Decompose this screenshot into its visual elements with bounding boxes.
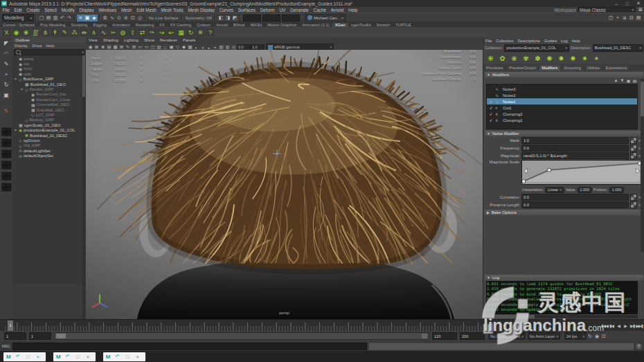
add-guide-icon[interactable]: ✽: [533, 53, 543, 64]
open-scene-icon[interactable]: ▤: [45, 15, 52, 21]
symmetry-toggle[interactable]: Symmetry: Off: [184, 16, 213, 20]
snap-point-icon[interactable]: ⊙: [116, 15, 123, 21]
scale-tool-icon[interactable]: ▣: [1, 91, 11, 100]
redo-icon[interactable]: ↷: [66, 15, 73, 21]
playback-loop-icon[interactable]: ↻: [587, 333, 593, 340]
ramp-value-field[interactable]: 1.000: [578, 187, 593, 193]
outliner-menu[interactable]: Show: [30, 44, 44, 48]
outliner-item[interactable]: ▦ GrayWall_GEO: [12, 107, 86, 112]
map-button[interactable]: [630, 145, 637, 152]
input-field-x[interactable]: [243, 15, 261, 21]
interpolation-dropdown[interactable]: Linear▾: [545, 187, 564, 193]
noise-icon[interactable]: ∿: [99, 28, 108, 37]
render-frame-icon[interactable]: ◧: [217, 15, 224, 21]
guides-icon[interactable]: ⋔: [41, 28, 50, 37]
select-hierarchy-icon[interactable]: ≡: [77, 15, 84, 21]
anim-start-field[interactable]: 1: [4, 332, 26, 340]
noise-modifier-header[interactable]: ▼Noise Modifier: [485, 131, 643, 136]
clear-preview-icon[interactable]: ✾: [521, 53, 531, 64]
xgen-tab[interactable]: Grooming: [561, 65, 584, 71]
outliner-item[interactable]: ◇ xgGroom: [12, 138, 86, 143]
step-forward-key-icon[interactable]: ▶▮: [629, 320, 636, 330]
freeze-icon[interactable]: ❄: [196, 28, 205, 37]
outliner-item[interactable]: ⊙ defaultObjectSet: [12, 153, 86, 158]
xgen-menu[interactable]: Log: [559, 39, 570, 43]
magnitude-scale-ramp[interactable]: [521, 160, 642, 185]
move-up-icon[interactable]: ▲: [613, 78, 619, 83]
layout-shortcut[interactable]: [1, 150, 12, 159]
modifier-item[interactable]: ✓ × Cut1: [487, 105, 637, 111]
close-icon[interactable]: ×: [136, 354, 139, 359]
outliner-scrollbar[interactable]: [82, 55, 85, 318]
new-collection-icon[interactable]: ✿: [497, 53, 508, 64]
comb-icon[interactable]: ∭: [31, 28, 40, 37]
layout-shortcut[interactable]: [1, 127, 12, 136]
xgen-menu[interactable]: File: [483, 39, 494, 43]
layout-shortcut[interactable]: [1, 183, 12, 192]
comb-guide-icon[interactable]: ✸: [568, 53, 578, 64]
command-language-toggle[interactable]: MEL: [0, 344, 12, 348]
collection-dropdown[interactable]: productionExample_01_COL▾: [504, 44, 569, 52]
go-to-end-icon[interactable]: ▶▶▮: [636, 320, 643, 330]
modifier-checkbox[interactable]: ✓: [489, 106, 493, 110]
outliner-item[interactable]: ▦ xgenScalp_01_GEO: [12, 123, 86, 127]
anim-layer-dropdown[interactable]: No Anim Layer▾: [528, 332, 560, 340]
snap-projected-icon[interactable]: ⊘: [123, 15, 129, 21]
guides-to-curves-icon[interactable]: ↜: [167, 28, 176, 37]
menu-item[interactable]: Arnold: [328, 8, 346, 12]
save-scene-icon[interactable]: ▥: [52, 15, 59, 21]
outliner-item[interactable]: ◉ RenderCam_Close: [12, 97, 86, 102]
viewport-menu[interactable]: Renderer: [157, 38, 180, 42]
play-forward-icon[interactable]: ▶: [622, 320, 629, 330]
rotate-tool-icon[interactable]: ↻: [1, 80, 11, 89]
export-patches-icon[interactable]: ✶: [591, 53, 602, 64]
export-icon[interactable]: ⇪: [128, 28, 137, 37]
menu-item[interactable]: Cache: [311, 8, 328, 12]
step-back-frame-icon[interactable]: ◀: [615, 320, 622, 330]
param-field[interactable]: 0.0: [521, 194, 629, 201]
taskbar-window-thumbnail[interactable]: M ↶ □ ×: [53, 352, 96, 361]
outliner-menu[interactable]: Display: [12, 44, 30, 48]
close-icon[interactable]: ×: [37, 354, 39, 359]
select-component-icon[interactable]: ◈: [91, 15, 98, 21]
menu-item[interactable]: Edit: [12, 8, 24, 12]
lasso-tool-icon[interactable]: ◠: [1, 49, 11, 58]
convert-primitives-icon[interactable]: ✷: [580, 53, 590, 64]
xgen-tab[interactable]: Expressions: [603, 65, 630, 71]
anim-end-field[interactable]: 200: [460, 332, 485, 340]
humanik-icon[interactable]: +: [614, 15, 621, 21]
paint-select-tool-icon[interactable]: ✎: [1, 60, 11, 69]
menu-item[interactable]: Deform: [258, 8, 277, 12]
xgen-shelf-icon[interactable]: X: [2, 28, 11, 37]
viewport-menu[interactable]: Lighting: [121, 38, 141, 42]
sculpt-icon[interactable]: ✑: [147, 28, 156, 37]
outliner-item[interactable]: ⊙ defaultLightSet: [12, 148, 86, 153]
modifier-checkbox[interactable]: [489, 93, 493, 98]
map-button[interactable]: [630, 201, 637, 208]
groom-brush-tool-icon[interactable]: ✎: [1, 107, 11, 116]
select-object-icon[interactable]: ▣: [84, 15, 91, 21]
go-to-start-icon[interactable]: ▮◀◀: [601, 320, 608, 330]
outliner-menu[interactable]: Help: [44, 44, 57, 48]
folder-icon[interactable]: ▤: [632, 78, 638, 83]
outliner-item[interactable]: ▦ BustHead_01_GEO: [12, 82, 86, 87]
move-tool-icon[interactable]: +: [1, 70, 11, 79]
xgen-scrollbar[interactable]: [641, 79, 644, 252]
menu-item[interactable]: Curves: [217, 8, 235, 12]
attribute-editor-icon[interactable]: ≣: [621, 15, 628, 21]
outliner-item[interactable]: ❋ BustHead_01_DESC: [12, 133, 86, 138]
input-field-z[interactable]: [282, 15, 300, 21]
menu-item[interactable]: UV: [277, 8, 288, 12]
modifiers-section-header[interactable]: ▼Modifiers: [485, 72, 643, 78]
menu-item[interactable]: Mesh Tools: [159, 8, 186, 12]
description-dropdown[interactable]: BustHead_01_DESC▾: [593, 44, 643, 52]
clump-icon[interactable]: ∧: [89, 28, 98, 37]
log-section-header[interactable]: ▼Log: [485, 275, 643, 280]
account-button[interactable]: Michael Cau...▾: [305, 14, 346, 22]
modifier-item[interactable]: ∿ Noise3: [487, 86, 637, 92]
snap-curve-icon[interactable]: ∿: [109, 15, 116, 21]
fps-dropdown[interactable]: 24 fps▾: [564, 332, 587, 340]
modifier-item[interactable]: ✓ ∧ Clumping2: [487, 111, 637, 117]
snap-grid-icon[interactable]: ⊞: [102, 15, 109, 21]
channel-box-icon[interactable]: ▤: [635, 15, 642, 21]
